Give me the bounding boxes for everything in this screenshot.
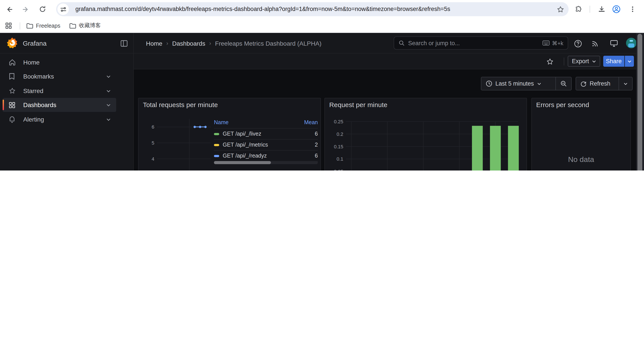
sidebar: Grafana Home Bookmarks Starred: [0, 33, 134, 171]
time-range-controls: Last 5 minutes: [481, 77, 572, 90]
folder-icon: [26, 23, 33, 29]
legend-hscrollbar[interactable]: [214, 161, 318, 164]
refresh-label: Refresh: [590, 80, 610, 87]
bell-icon: [9, 116, 16, 123]
address-bar[interactable]: grafana.mathmast.com/d/deytv4rwavabkb/fr…: [56, 2, 568, 16]
panel-total-requests[interactable]: Total requests per minute 2345617:40 Nam…: [138, 98, 321, 171]
app-header: Home › Dashboards › Freeleaps Metrics Da…: [134, 33, 644, 54]
sidebar-toggle-icon[interactable]: [119, 39, 129, 48]
sidebar-item-bookmarks[interactable]: Bookmarks: [3, 69, 116, 83]
bookmarks-bar: Freeleaps 收藏博客: [0, 19, 644, 33]
export-button[interactable]: Export: [568, 56, 600, 67]
home-icon: [9, 59, 16, 66]
grafana-app: Grafana Home Bookmarks Starred: [0, 33, 644, 171]
svg-text:0.1: 0.1: [336, 156, 343, 162]
back-button[interactable]: [4, 4, 15, 15]
help-icon[interactable]: [573, 39, 582, 48]
search-input[interactable]: Search or jump to... ⌘+k: [394, 37, 568, 50]
scrollbar-thumb[interactable]: [214, 161, 271, 164]
downloads-icon[interactable]: [596, 4, 607, 15]
sidebar-header: Grafana: [0, 33, 133, 54]
refresh-controls: Refresh: [576, 77, 632, 90]
bookmark-icon: [9, 73, 16, 80]
legend-header[interactable]: NameMean: [214, 118, 318, 128]
favorite-star-icon[interactable]: [545, 57, 554, 66]
sidebar-item-label: Home: [23, 59, 40, 66]
reload-button[interactable]: [37, 4, 48, 15]
sidebar-item-home[interactable]: Home: [3, 55, 116, 69]
bookmark-folder-blogs[interactable]: 收藏博客: [67, 21, 104, 31]
apps-grid-icon[interactable]: [4, 21, 14, 31]
browser-menu-icon[interactable]: [627, 4, 638, 15]
breadcrumb-current: Freeleaps Metrics Dashboard (ALPHA): [215, 40, 322, 47]
monitor-icon[interactable]: [609, 39, 618, 48]
browser-toolbar: grafana.mathmast.com/d/deytv4rwavabkb/fr…: [0, 0, 644, 19]
no-data-message: No data: [532, 155, 630, 164]
time-range-picker[interactable]: Last 5 minutes: [481, 77, 556, 90]
dashboard-toolbar: Export Share: [134, 54, 644, 69]
clock-icon: [486, 80, 492, 87]
extensions-icon[interactable]: [572, 4, 584, 15]
chevron-down-icon[interactable]: [106, 117, 111, 122]
breadcrumb-dashboards[interactable]: Dashboards: [172, 40, 205, 47]
page-scrollbar-thumb[interactable]: [638, 34, 642, 171]
bookmark-label: 收藏博客: [79, 22, 101, 30]
svg-text:0.15: 0.15: [334, 144, 343, 149]
breadcrumb-separator: ›: [166, 40, 168, 47]
active-accent-bar: [3, 100, 4, 110]
bookmark-folder-freeleaps[interactable]: Freeleaps: [24, 21, 63, 31]
chevron-down-icon: [627, 59, 632, 63]
sidebar-item-alerting[interactable]: Alerting: [3, 112, 116, 126]
user-avatar[interactable]: [626, 38, 636, 48]
legend-row[interactable]: GET /api/_/livez6: [214, 128, 318, 139]
main-area: Home › Dashboards › Freeleaps Metrics Da…: [134, 33, 644, 171]
search-placeholder: Search or jump to...: [408, 40, 542, 46]
bar-chart[interactable]: 00.050.10.150.20.2517:37:0017:38:0017:39…: [325, 98, 527, 171]
panel-request-per-minute[interactable]: Request per minute 00.050.10.150.20.2517…: [324, 98, 527, 171]
url-text[interactable]: grafana.mathmast.com/d/deytv4rwavabkb/fr…: [76, 2, 553, 16]
refresh-button[interactable]: Refresh: [576, 77, 618, 90]
panel-title[interactable]: Errors per second: [536, 101, 589, 108]
zoom-out-button[interactable]: [556, 77, 571, 90]
sidebar-item-label: Starred: [23, 87, 44, 94]
bookmark-label: Freeleaps: [36, 23, 60, 29]
svg-text:4: 4: [152, 156, 154, 162]
profile-icon[interactable]: [611, 4, 622, 15]
grafana-logo: [6, 37, 18, 49]
keyboard-icon: [542, 40, 550, 46]
dashboards-grid-icon: [9, 102, 16, 108]
dashboard-canvas: Last 5 minutes Refresh: [134, 69, 644, 171]
bookmark-star-icon[interactable]: [554, 4, 566, 15]
search-shortcut: ⌘+k: [542, 40, 563, 46]
sidebar-item-starred[interactable]: Starred: [3, 84, 116, 98]
sidebar-item-label: Alerting: [23, 116, 44, 123]
news-rss-icon[interactable]: [590, 39, 600, 48]
refresh-interval-button[interactable]: [618, 77, 632, 90]
svg-text:0.2: 0.2: [336, 131, 343, 137]
panel-errors-per-second[interactable]: Errors per second No data: [531, 98, 631, 171]
share-button[interactable]: Share: [603, 56, 624, 67]
breadcrumb-separator: ›: [209, 40, 211, 47]
share-menu-button[interactable]: [625, 56, 634, 67]
breadcrumb: Home › Dashboards › Freeleaps Metrics Da…: [146, 33, 322, 54]
star-icon: [9, 87, 16, 94]
legend-row[interactable]: GET /api/_/metrics2: [214, 139, 318, 150]
svg-text:5: 5: [152, 140, 154, 146]
svg-text:6: 6: [152, 124, 154, 130]
avatar-detail: [630, 40, 633, 42]
chevron-down-icon: [624, 81, 628, 86]
sidebar-item-dashboards[interactable]: Dashboards: [3, 98, 116, 112]
chevron-down-icon: [592, 59, 596, 63]
site-settings-icon[interactable]: [58, 4, 69, 15]
chevron-down-icon[interactable]: [106, 74, 111, 79]
breadcrumb-home[interactable]: Home: [146, 40, 162, 47]
svg-text:0.05: 0.05: [334, 169, 343, 171]
forward-button[interactable]: [20, 4, 31, 15]
chevron-down-icon[interactable]: [106, 103, 111, 107]
sidebar-item-label: Dashboards: [23, 101, 56, 108]
legend-row[interactable]: GET /api/_/readyz6: [214, 150, 318, 162]
refresh-icon: [580, 81, 586, 87]
legend-swatch: [214, 133, 219, 135]
folder-icon: [69, 23, 76, 29]
chevron-down-icon[interactable]: [106, 88, 111, 93]
